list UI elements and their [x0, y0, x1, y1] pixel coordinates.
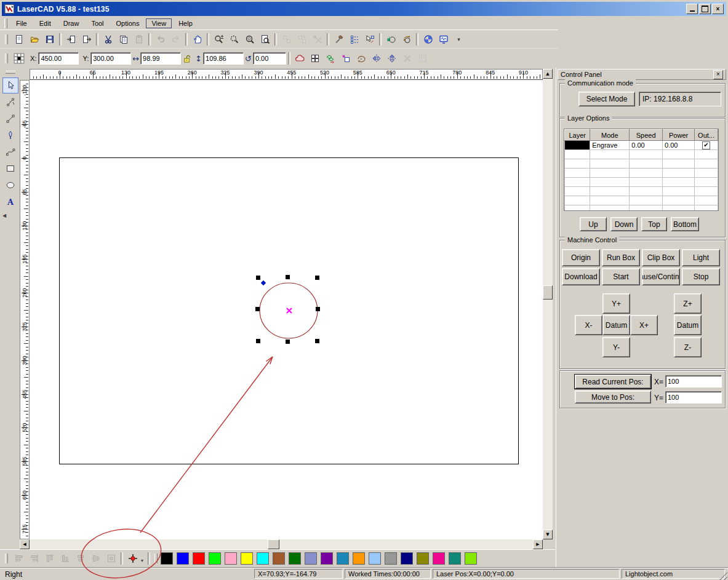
color-swatch[interactable]	[289, 552, 301, 565]
height-input[interactable]	[203, 52, 244, 65]
layer-power-cell[interactable]: 0.00	[663, 141, 695, 150]
layer-down-button[interactable]: Down	[610, 217, 638, 231]
y-position-input[interactable]	[90, 52, 131, 65]
maximize-button[interactable]	[699, 4, 711, 14]
rotation-input[interactable]	[253, 52, 286, 65]
jog-x-plus-button[interactable]: X+	[630, 315, 658, 335]
scroll-up-button[interactable]: ▲	[543, 69, 553, 79]
layer-mode-cell[interactable]: Engrave	[590, 141, 630, 150]
jog-datum-z-button[interactable]: Datum	[674, 315, 702, 335]
rectangle-tool[interactable]	[2, 161, 18, 177]
control-panel-close-button[interactable]: ×	[713, 70, 723, 79]
simulate-button[interactable]	[420, 32, 436, 47]
laser-origin-button[interactable]	[125, 551, 140, 566]
import-button[interactable]	[63, 32, 79, 47]
color-swatch[interactable]	[161, 552, 173, 565]
jog-y-plus-button[interactable]: Y+	[602, 293, 630, 314]
color-swatch[interactable]	[433, 552, 445, 565]
save-file-button[interactable]	[42, 32, 57, 47]
anchor-point-button[interactable]	[11, 51, 26, 66]
color-swatch[interactable]	[305, 552, 317, 565]
horizontal-scroll-thumb[interactable]	[268, 539, 279, 549]
toolbar-grip[interactable]	[5, 34, 8, 44]
line-tool[interactable]	[2, 111, 18, 127]
export-button[interactable]	[79, 32, 94, 47]
scroll-right-button[interactable]: ▶	[533, 539, 543, 549]
menu-edit[interactable]: Edit	[34, 18, 57, 28]
bottom-toolbar-grip[interactable]	[5, 554, 8, 563]
mirror-vertical-button[interactable]	[385, 51, 400, 66]
color-swatch[interactable]	[465, 552, 477, 565]
param-list-button[interactable]	[346, 32, 362, 47]
color-swatch[interactable]	[449, 552, 461, 565]
pos-y-input[interactable]	[665, 391, 722, 403]
selection-handle[interactable]	[255, 307, 260, 311]
menubar-grip[interactable]	[4, 18, 7, 28]
layer-table[interactable]: LayerModeSpeedPowerOut...Engrave0.000.00…	[564, 129, 719, 211]
selection-handle[interactable]	[286, 275, 290, 279]
layer-speed-cell[interactable]: 0.00	[630, 141, 663, 150]
layer-column-header[interactable]: Mode	[590, 130, 630, 141]
toolbar-overflow-button[interactable]: ▾	[451, 32, 466, 47]
zoom-in-out-button[interactable]	[211, 32, 226, 47]
zoom-page-button[interactable]	[257, 32, 273, 47]
tile-copy-button[interactable]	[308, 51, 323, 66]
menu-options[interactable]: Options	[111, 18, 145, 28]
color-swatch[interactable]	[273, 552, 285, 565]
menu-file[interactable]: File	[10, 18, 33, 28]
layer-column-header[interactable]: Power	[663, 130, 695, 141]
machine-stop-button[interactable]: Stop	[682, 268, 720, 285]
machine-clip-box-button[interactable]: Clip Box	[642, 249, 680, 266]
menu-draw[interactable]: Draw	[58, 18, 85, 28]
select-mode-button[interactable]: Select Mode	[578, 92, 635, 106]
new-file-button[interactable]	[11, 32, 26, 47]
color-swatch[interactable]	[209, 552, 221, 565]
color-swatch[interactable]	[177, 552, 189, 565]
color-swatch[interactable]	[337, 552, 349, 565]
color-swatch[interactable]	[225, 552, 237, 565]
tools-grip[interactable]	[6, 71, 15, 74]
vertical-scrollbar[interactable]: ▲ ▼	[543, 69, 553, 539]
tools-collapse-icon[interactable]: ◀	[2, 213, 6, 218]
layer-top-button[interactable]: Top	[641, 217, 667, 231]
drawing-canvas[interactable]	[30, 80, 543, 539]
color-swatch[interactable]	[321, 552, 333, 565]
bezier-tool[interactable]	[2, 144, 18, 160]
copy-button[interactable]	[116, 32, 131, 47]
close-button[interactable]: ×	[712, 4, 724, 14]
node-edit-tool[interactable]	[2, 94, 18, 110]
layer-bottom-button[interactable]: Bottom	[671, 217, 699, 231]
machine-start-button[interactable]: Start	[602, 268, 640, 285]
jog-z-plus-button[interactable]: Z+	[674, 293, 702, 314]
layer-column-header[interactable]: Out...	[695, 130, 718, 141]
lock-ratio-icon[interactable]	[183, 54, 192, 63]
move-to-pos-button[interactable]: Move to Pos:	[575, 391, 651, 403]
menu-help[interactable]: Help	[173, 18, 198, 28]
preview-monitor-button[interactable]	[436, 32, 451, 47]
pan-button[interactable]	[190, 32, 205, 47]
array-copy-button[interactable]	[292, 51, 308, 66]
jog-z-minus-button[interactable]: Z-	[674, 337, 702, 357]
select-tool[interactable]	[2, 77, 18, 93]
read-current-pos-button[interactable]: Read Current Pos:	[575, 375, 651, 389]
color-swatch[interactable]	[401, 552, 413, 565]
machine-light-button[interactable]: Light	[682, 249, 720, 266]
resize-button[interactable]	[338, 51, 354, 66]
jog-x-minus-button[interactable]: X-	[575, 315, 602, 335]
menu-view[interactable]: View	[146, 18, 172, 28]
palette-grip[interactable]	[154, 554, 158, 563]
selection-handle[interactable]	[256, 339, 260, 343]
color-swatch[interactable]	[369, 552, 381, 565]
x-position-input[interactable]	[38, 52, 79, 65]
pick-move-button[interactable]	[362, 32, 377, 47]
horizontal-scrollbar[interactable]: ◀ ▶	[20, 539, 543, 549]
selection-handle[interactable]	[315, 339, 319, 343]
color-swatch[interactable]	[241, 552, 253, 565]
layer-up-button[interactable]: Up	[580, 217, 607, 231]
origin-dropdown-icon[interactable]: ▾	[141, 558, 143, 563]
pos-x-input[interactable]	[665, 375, 722, 387]
machine-run-box-button[interactable]: Run Box	[602, 249, 640, 266]
vertical-scroll-thumb[interactable]	[543, 285, 553, 300]
text-tool[interactable]: A	[2, 194, 18, 210]
mirror-horizontal-button[interactable]	[369, 51, 385, 66]
